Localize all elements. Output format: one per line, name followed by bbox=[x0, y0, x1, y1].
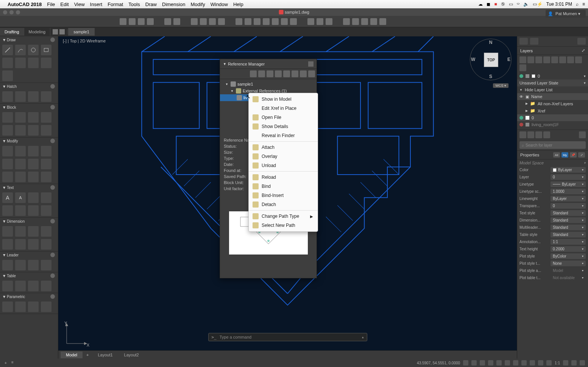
extend-tool[interactable] bbox=[41, 146, 51, 156]
layer-group[interactable]: ▶📁 All non-Xref Layers bbox=[517, 100, 588, 107]
attach-dwf-icon[interactable] bbox=[267, 70, 273, 77]
offset-tool[interactable] bbox=[15, 172, 26, 182]
layer-icon[interactable] bbox=[245, 18, 251, 25]
scale-text-tool[interactable] bbox=[15, 205, 26, 216]
sync-tool[interactable] bbox=[28, 125, 39, 136]
text-style-tool[interactable] bbox=[28, 192, 39, 203]
tab-drafting[interactable]: Drafting bbox=[0, 28, 24, 36]
arc-tool[interactable] bbox=[15, 45, 26, 55]
prop-annotation-[interactable]: Annotation...1:1▾ bbox=[517, 238, 588, 245]
aligned-dim-tool[interactable] bbox=[15, 226, 26, 237]
pan-icon[interactable] bbox=[317, 18, 323, 25]
ctx-attach[interactable]: ✓Attach bbox=[249, 143, 318, 152]
prop-plot-style-a-[interactable]: Plot style a...Model▾ bbox=[517, 267, 588, 274]
ctx-open-file[interactable]: Open File bbox=[249, 113, 318, 122]
sb-snap-icon[interactable] bbox=[471, 360, 477, 365]
tab-layout2[interactable]: Layout2 bbox=[119, 351, 144, 358]
table-icon[interactable] bbox=[290, 18, 297, 25]
volume-icon[interactable]: 🔈 bbox=[523, 2, 529, 7]
panel-undock-icon[interactable] bbox=[308, 61, 313, 67]
ctx-change-path-type[interactable]: Change Path Type▶ bbox=[249, 212, 318, 221]
prop-multileader-[interactable]: Multileader...Standard▾ bbox=[517, 224, 588, 231]
zoom-window-button[interactable] bbox=[16, 10, 20, 14]
new-icon[interactable] bbox=[120, 18, 126, 25]
ctx-reveal-in-finder[interactable]: Reveal in Finder bbox=[249, 131, 318, 140]
layer-prev-icon[interactable] bbox=[543, 131, 550, 138]
redo-icon[interactable] bbox=[173, 18, 180, 25]
sb-osnap-icon[interactable] bbox=[496, 360, 502, 365]
layer-lock-icon[interactable] bbox=[551, 56, 558, 63]
sb-fullscreen-icon[interactable] bbox=[580, 360, 585, 365]
prop-linetype[interactable]: LinetypeByLayer▾ bbox=[517, 181, 588, 188]
stretch-tool[interactable] bbox=[28, 159, 39, 169]
tab-modeling[interactable]: Modeling bbox=[24, 28, 51, 36]
layer-thaw-icon[interactable] bbox=[543, 56, 550, 63]
find-tool[interactable] bbox=[2, 205, 13, 216]
shield-icon[interactable]: ⑤ bbox=[501, 2, 505, 7]
text-icon[interactable] bbox=[281, 18, 288, 25]
dim-icon[interactable] bbox=[263, 18, 270, 25]
stop-icon[interactable]: ◼︎ bbox=[487, 2, 490, 7]
orbit-icon[interactable] bbox=[326, 18, 332, 25]
copy-icon[interactable] bbox=[209, 18, 216, 25]
base-tool[interactable] bbox=[15, 125, 26, 136]
command-line[interactable]: Type a command ▴ bbox=[208, 333, 367, 341]
prop-text-style[interactable]: Text styleStandard▾ bbox=[517, 209, 588, 217]
refresh-icon[interactable] bbox=[283, 70, 290, 77]
layer-state-row[interactable]: Unsaved Layer State ▾ bbox=[517, 80, 588, 86]
info-icon[interactable] bbox=[308, 70, 315, 77]
viewcube-e[interactable]: E bbox=[507, 57, 510, 62]
ref-tree-root[interactable]: ▼ sample1 bbox=[220, 81, 317, 87]
hatch-icon[interactable] bbox=[272, 18, 279, 25]
ctx-select-new-path[interactable]: Select New Path bbox=[249, 221, 318, 230]
props-expand-icon[interactable]: ⤢ bbox=[578, 152, 585, 158]
undo-icon[interactable] bbox=[164, 18, 171, 25]
menu-edit[interactable]: Edit bbox=[60, 2, 69, 7]
insert-block-tool[interactable] bbox=[2, 112, 13, 123]
menu-insert[interactable]: Insert bbox=[90, 2, 103, 7]
layer-new-icon[interactable] bbox=[519, 56, 526, 63]
gear-icon[interactable] bbox=[50, 37, 55, 42]
props-my-tab[interactable]: My bbox=[561, 152, 568, 158]
hatch-tool[interactable] bbox=[2, 91, 13, 102]
palette-header-modify[interactable]: ▶Modify bbox=[0, 137, 58, 144]
menu-icon[interactable]: ≡ bbox=[582, 2, 585, 7]
tool-palette-icon[interactable] bbox=[352, 18, 359, 25]
menu-format[interactable]: Format bbox=[108, 2, 123, 7]
prop-plot-style[interactable]: Plot styleByColor▾ bbox=[517, 253, 588, 260]
menu-dimension[interactable]: Dimension bbox=[162, 2, 185, 7]
statusbar-customize-icon[interactable]: ≡ bbox=[11, 360, 14, 365]
prop-lineweight[interactable]: LineweightByLayer▾ bbox=[517, 195, 588, 202]
array-tool[interactable] bbox=[2, 172, 13, 182]
menu-modify[interactable]: Modify bbox=[190, 2, 205, 7]
mtext-tool[interactable]: A bbox=[2, 192, 13, 203]
attach-pdf-icon[interactable] bbox=[275, 70, 282, 77]
extract-tool[interactable] bbox=[41, 281, 51, 291]
layer-search-input[interactable]: Search for layer bbox=[519, 141, 586, 149]
attach-dwg-icon[interactable] bbox=[250, 70, 257, 77]
baseline-dim-tool[interactable] bbox=[41, 239, 51, 250]
display-icon[interactable]: ▭ bbox=[509, 2, 513, 7]
sb-scale[interactable]: 1:1 bbox=[555, 361, 560, 365]
spline-tool[interactable] bbox=[15, 58, 26, 68]
viewcube-n[interactable]: N bbox=[489, 40, 493, 45]
record-icon[interactable]: ■ bbox=[494, 2, 497, 7]
prop-plot-table-t-[interactable]: Plot table t...Not available▾ bbox=[517, 274, 588, 281]
ctx-show-in-model[interactable]: Show in Model bbox=[249, 95, 318, 104]
sheet-icon[interactable] bbox=[361, 18, 368, 25]
radius-dim-tool[interactable] bbox=[41, 226, 51, 237]
props-all-tab[interactable]: All bbox=[553, 152, 560, 158]
panel-expand-icon[interactable] bbox=[577, 38, 586, 45]
menu-window[interactable]: Window bbox=[211, 2, 228, 7]
table-style-tool[interactable] bbox=[15, 281, 26, 291]
spell-tool[interactable] bbox=[41, 192, 51, 203]
prop-transpare-[interactable]: Transpare...0▾ bbox=[517, 202, 588, 209]
layer-off-icon[interactable] bbox=[567, 56, 574, 63]
prop-text-height[interactable]: Text height0.2000▾ bbox=[517, 245, 588, 253]
props-icon[interactable] bbox=[343, 18, 350, 25]
panel-tab-layers-icon[interactable] bbox=[519, 38, 528, 45]
create-block-tool[interactable] bbox=[15, 112, 26, 123]
layer-merge-icon[interactable] bbox=[527, 131, 534, 138]
ctx-overlay[interactable]: Overlay bbox=[249, 152, 318, 161]
sb-polar-icon[interactable] bbox=[488, 360, 493, 365]
